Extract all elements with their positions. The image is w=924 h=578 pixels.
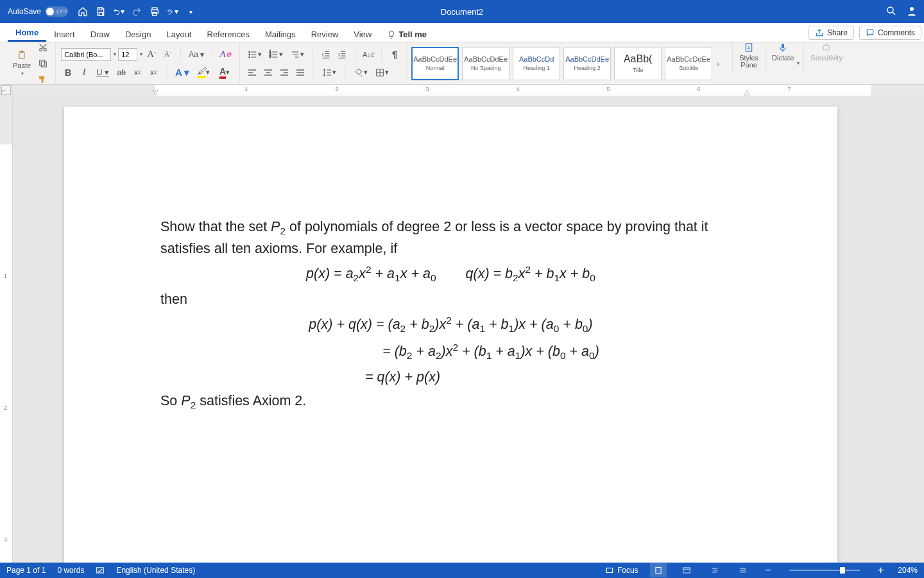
- shrink-font-icon[interactable]: Aˇ: [160, 48, 175, 62]
- draft-view[interactable]: [735, 563, 751, 577]
- style-subtitle[interactable]: AaBbCcDdEeSubtitle: [665, 47, 712, 80]
- redo-icon[interactable]: [131, 6, 142, 17]
- styles-pane-button[interactable]: A Styles Pane: [737, 42, 761, 84]
- font-size-input[interactable]: [118, 48, 137, 61]
- multilevel-list-icon[interactable]: ▾: [287, 48, 307, 62]
- chevron-down-icon[interactable]: ▾: [21, 71, 24, 76]
- strikethrough-icon[interactable]: ab: [114, 66, 128, 80]
- tab-design[interactable]: Design: [117, 26, 158, 42]
- cut-icon[interactable]: [36, 40, 50, 55]
- share-button[interactable]: Share: [809, 26, 854, 40]
- page[interactable]: Show that the set P2 of polynomials of d…: [64, 107, 837, 563]
- increase-indent-icon[interactable]: [335, 48, 349, 62]
- superscript-icon[interactable]: x2: [146, 66, 160, 80]
- styles-more[interactable]: ›: [715, 60, 724, 67]
- align-right-icon[interactable]: [277, 66, 291, 80]
- shading-icon[interactable]: ▾: [351, 66, 370, 80]
- right-indent-marker-icon[interactable]: △: [744, 88, 749, 96]
- highlight-icon[interactable]: 🖊 ▾: [194, 66, 213, 80]
- italic-icon[interactable]: I: [77, 66, 91, 80]
- indent-marker-icon[interactable]: ▽: [153, 88, 158, 96]
- chevron-down-icon[interactable]: ▾: [121, 7, 124, 16]
- underline-icon[interactable]: U ▾: [93, 66, 112, 80]
- word-count[interactable]: 0 words: [57, 566, 84, 575]
- style-normal[interactable]: AaBbCcDdEeNormal: [411, 47, 459, 80]
- copy-icon[interactable]: [36, 57, 50, 71]
- align-left-icon[interactable]: [245, 66, 259, 80]
- vertical-ruler[interactable]: ⌐ 1 2 3: [0, 96, 13, 563]
- tab-review[interactable]: Review: [304, 26, 346, 42]
- style-no-spacing[interactable]: AaBbCcDdEeNo Spacing: [462, 47, 509, 80]
- svg-rect-58: [656, 567, 661, 573]
- language-status[interactable]: English (United States): [116, 566, 195, 575]
- save-icon[interactable]: [95, 6, 107, 17]
- chevron-down-icon[interactable]: ▾: [140, 51, 142, 57]
- tab-mailings[interactable]: Mailings: [257, 26, 304, 42]
- subscript-icon[interactable]: x2: [130, 66, 144, 80]
- outline-view[interactable]: [706, 563, 723, 577]
- spellcheck-icon[interactable]: abc▾: [167, 6, 178, 17]
- style-heading-2[interactable]: AaBbCcDdEeHeading 2: [563, 47, 611, 80]
- tab-home[interactable]: Home: [8, 24, 46, 42]
- bullets-icon[interactable]: ▾: [245, 48, 264, 62]
- sensitivity-button[interactable]: Sensitivity: [808, 42, 845, 84]
- borders-icon[interactable]: ▾: [372, 66, 391, 80]
- justify-icon[interactable]: [293, 66, 307, 80]
- equation[interactable]: p(x) = a2x2 + a1x + a0q(x) = b2x2 + b1x …: [160, 263, 741, 286]
- zoom-level[interactable]: 204%: [898, 566, 918, 575]
- decrease-indent-icon[interactable]: [319, 48, 333, 62]
- paragraph[interactable]: So P2 satisfies Axiom 2.: [160, 391, 741, 413]
- web-layout-view[interactable]: [678, 563, 695, 577]
- equation[interactable]: = q(x) + p(x): [160, 367, 741, 387]
- tell-me-search[interactable]: Tell me: [379, 26, 434, 42]
- clear-formatting-icon[interactable]: A⊘: [218, 48, 232, 62]
- home-icon[interactable]: [77, 6, 89, 17]
- font-color-icon[interactable]: A ▾: [215, 66, 234, 80]
- dictate-button[interactable]: Dictate: [769, 42, 796, 84]
- chevron-down-icon[interactable]: ▾: [114, 51, 116, 57]
- undo-icon[interactable]: ▾: [113, 6, 124, 17]
- chevron-down-icon[interactable]: ▾: [175, 7, 178, 16]
- paragraph[interactable]: then: [160, 290, 741, 310]
- zoom-thumb[interactable]: [840, 567, 845, 574]
- bold-icon[interactable]: B: [61, 66, 75, 80]
- paste-button[interactable]: Paste ▾: [10, 50, 33, 76]
- page-count[interactable]: Page 1 of 1: [6, 566, 46, 575]
- comments-button[interactable]: Comments: [859, 26, 921, 40]
- search-icon[interactable]: [886, 5, 897, 19]
- grow-font-icon[interactable]: Aˆ: [144, 48, 158, 62]
- align-center-icon[interactable]: [261, 66, 275, 80]
- change-case-icon[interactable]: Aa ▾: [187, 48, 206, 62]
- focus-mode[interactable]: Focus: [605, 566, 638, 575]
- zoom-slider[interactable]: [789, 570, 860, 571]
- autosave-toggle[interactable]: AutoSave OFF: [0, 6, 68, 17]
- style-title[interactable]: AaBb(Title: [614, 47, 662, 80]
- horizontal-ruler[interactable]: 1 2 3 4 5 6 7 ▽ △: [13, 85, 924, 96]
- equation[interactable]: = (b2 + a2)x2 + (b1 + a1)x + (b0 + a0): [160, 340, 741, 363]
- chevron-down-icon[interactable]: ▾: [797, 60, 800, 66]
- account-icon[interactable]: [906, 5, 918, 19]
- print-layout-view[interactable]: [650, 563, 667, 577]
- print-icon[interactable]: [149, 6, 160, 17]
- document-body[interactable]: Show that the set P2 of polynomials of d…: [160, 217, 741, 413]
- numbering-icon[interactable]: 123▾: [266, 48, 286, 62]
- zoom-in-button[interactable]: +: [875, 565, 886, 576]
- zoom-out-button[interactable]: −: [763, 565, 774, 576]
- autosave-switch[interactable]: OFF: [45, 6, 68, 17]
- tab-view[interactable]: View: [346, 26, 379, 42]
- style-heading-1[interactable]: AaBbCcDdHeading 1: [513, 47, 560, 80]
- tab-draw[interactable]: Draw: [83, 26, 117, 42]
- font-name-input[interactable]: [61, 48, 111, 61]
- paragraph[interactable]: Show that the set P2 of polynomials of d…: [160, 217, 741, 259]
- tab-selector[interactable]: ⌐: [1, 85, 11, 95]
- tab-layout[interactable]: Layout: [158, 26, 199, 42]
- line-spacing-icon[interactable]: ▾: [320, 66, 339, 80]
- tab-insert[interactable]: Insert: [46, 26, 83, 42]
- proofing-icon[interactable]: [96, 566, 105, 575]
- show-marks-icon[interactable]: ¶: [388, 48, 402, 62]
- sort-icon[interactable]: A↓Z: [361, 48, 375, 62]
- text-effects-icon[interactable]: A ▾: [173, 66, 192, 80]
- tab-references[interactable]: References: [200, 26, 257, 42]
- equation[interactable]: p(x) + q(x) = (a2 + b2)x2 + (a1 + b1)x +…: [160, 313, 741, 337]
- customize-qat-icon[interactable]: ▾: [185, 6, 196, 17]
